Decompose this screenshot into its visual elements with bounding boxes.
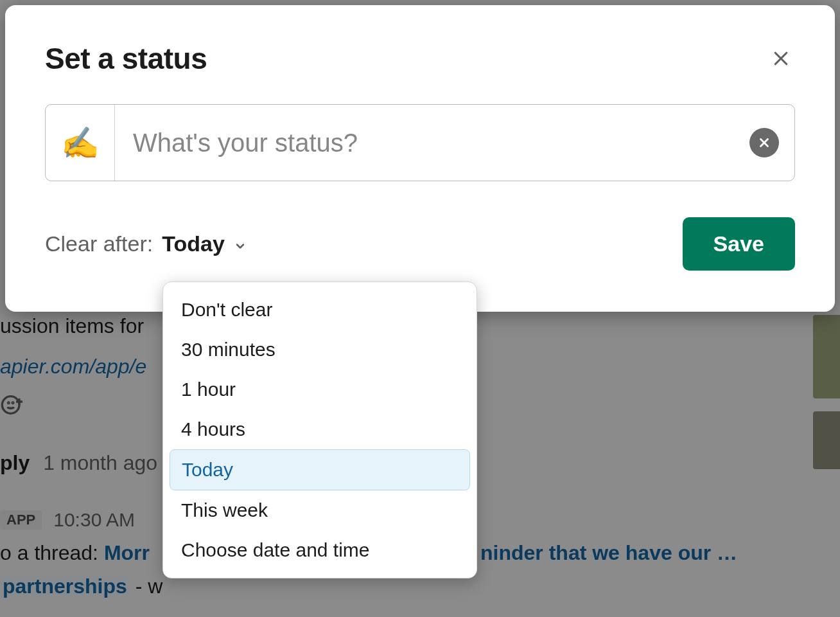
modal-title: Set a status — [45, 41, 207, 76]
dropdown-item-this-week[interactable]: This week — [170, 490, 470, 530]
clear-after-value: Today — [162, 231, 225, 256]
chevron-down-icon — [234, 233, 247, 258]
status-emoji-picker[interactable]: ✍️ — [46, 105, 115, 181]
status-field: ✍️ — [45, 104, 795, 181]
set-status-modal: Set a status ✍️ Clear after: Today Save — [5, 5, 835, 312]
dropdown-item-dont-clear[interactable]: Don't clear — [170, 290, 470, 330]
clear-after-label: Clear after: — [45, 231, 153, 256]
clear-after-dropdown-trigger[interactable]: Clear after: Today — [45, 230, 247, 258]
dropdown-item-1-hour[interactable]: 1 hour — [170, 370, 470, 409]
dropdown-item-choose-date[interactable]: Choose date and time — [170, 530, 470, 570]
close-icon — [771, 49, 791, 68]
status-input[interactable] — [133, 129, 749, 157]
close-icon — [757, 136, 771, 150]
close-button[interactable] — [767, 44, 795, 73]
dropdown-item-30-minutes[interactable]: 30 minutes — [170, 330, 470, 370]
dropdown-item-today[interactable]: Today — [170, 449, 470, 490]
clear-after-dropdown: Don't clear 30 minutes 1 hour 4 hours To… — [162, 282, 477, 578]
clear-status-button[interactable] — [749, 128, 779, 157]
save-button[interactable]: Save — [683, 217, 795, 271]
dropdown-item-4-hours[interactable]: 4 hours — [170, 409, 470, 449]
